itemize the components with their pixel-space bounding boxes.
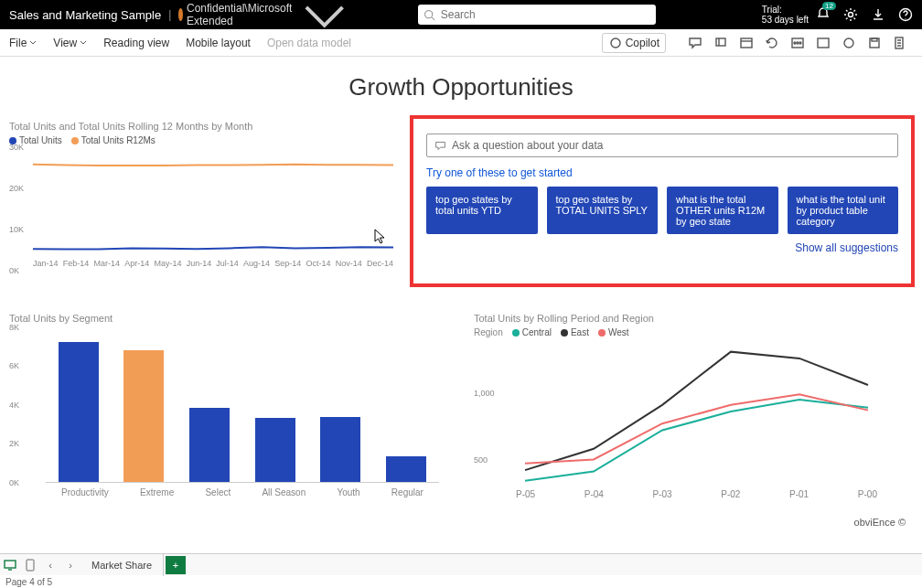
qna-suggestion[interactable]: top geo states by TOTAL UNITS SPLY (547, 187, 659, 234)
add-page-button[interactable]: + (166, 556, 186, 574)
page-title: Growth Opportunities (0, 73, 922, 102)
desktop-layout-icon[interactable] (0, 557, 20, 573)
qna-suggestion[interactable]: what is the total OTHER units R12M by ge… (667, 187, 778, 234)
legend-dot-icon (71, 137, 79, 144)
gear-icon[interactable] (843, 7, 858, 22)
chat-icon (434, 140, 446, 152)
svg-rect-13 (872, 38, 877, 41)
page-indicator: Page 4 of 5 (5, 577, 52, 587)
x-axis-labels: P-05P-04P-03P-02P-01P-00 (507, 489, 886, 499)
pin-icon[interactable] (842, 36, 856, 50)
svg-rect-5 (741, 38, 752, 48)
x-axis-labels: ProductivityExtremeSelectAll SeasonYouth… (46, 487, 439, 497)
page-tabs: ‹ › Market Share + (0, 553, 922, 575)
search-icon (423, 9, 435, 21)
svg-point-11 (844, 38, 853, 48)
attribution: obviEnce © (854, 517, 906, 528)
search-input[interactable] (441, 8, 650, 21)
bar[interactable] (320, 417, 360, 482)
chart-units-by-segment[interactable]: Total Units by Segment 8K 6K 4K 2K 0K Pr… (9, 313, 457, 519)
svg-point-1 (849, 13, 853, 17)
svg-rect-15 (5, 561, 16, 568)
chart-plot-area: 30K 20K 10K 0K Jan-14Feb-14Mar-14Apr-14M… (9, 147, 393, 271)
bar[interactable] (189, 408, 230, 482)
show-all-suggestions-link[interactable]: Show all suggestions (426, 241, 898, 254)
qna-suggestions: top geo states by total units YTD top ge… (426, 187, 898, 234)
notification-button[interactable]: 12 (816, 6, 831, 24)
copilot-button[interactable]: Copilot (602, 33, 666, 53)
export-icon[interactable] (893, 36, 907, 50)
line-chart-svg (33, 147, 393, 257)
svg-point-3 (611, 38, 620, 48)
bar[interactable] (123, 350, 164, 483)
legend-dot-icon (512, 329, 520, 337)
chart-title: Total Units by Rolling Period and Region (474, 313, 913, 324)
copilot-icon (608, 36, 623, 50)
report-canvas: Growth Opportunities Total Units and Tot… (0, 57, 922, 557)
bar[interactable] (59, 342, 99, 482)
svg-rect-10 (818, 38, 829, 48)
sensitivity-icon (178, 8, 183, 21)
qna-panel: Ask a question about your data Try one o… (410, 115, 915, 287)
chevron-down-icon (29, 39, 37, 47)
help-icon[interactable] (898, 7, 913, 22)
open-data-model-button[interactable]: Open data model (267, 37, 351, 49)
next-page-icon[interactable]: › (60, 557, 80, 573)
share-icon[interactable] (816, 36, 831, 50)
app-header: Sales and Marketing Sample | Confidentia… (0, 0, 922, 29)
legend-dot-icon (598, 329, 606, 337)
chart-total-units-by-month[interactable]: Total Units and Total Units Rolling 12 M… (9, 121, 402, 290)
status-bar: Page 4 of 5 (0, 575, 922, 588)
file-menu[interactable]: File (9, 37, 37, 49)
x-axis-labels: Jan-14Feb-14Mar-14Apr-14May-14Jun-14Jul-… (33, 259, 393, 268)
qna-suggestion[interactable]: what is the total unit by product table … (788, 187, 899, 234)
refresh-icon[interactable] (765, 36, 779, 50)
chart-plot-area: 1,000 500 P-05P-04P-03P-02P-01P-00 (474, 341, 895, 506)
page-tab[interactable]: Market Share (80, 554, 164, 576)
chart-units-by-region[interactable]: Total Units by Rolling Period and Region… (474, 313, 913, 519)
bar[interactable] (386, 456, 426, 482)
line-chart-svg (507, 341, 886, 487)
view-icon[interactable] (739, 36, 754, 50)
svg-point-9 (799, 42, 801, 44)
breadcrumb-label: Confidential\Microsoft Extended (187, 2, 292, 27)
chart-legend: Region Central East West (474, 327, 913, 337)
chart-legend: Total Units Total Units R12Ms (9, 135, 402, 145)
chart-title: Total Units by Segment (9, 313, 457, 324)
chevron-down-icon (80, 39, 87, 47)
svg-point-7 (794, 42, 796, 44)
chart-plot-area: 8K 6K 4K 2K 0K ProductivityExtremeSelect… (9, 327, 448, 506)
search-box[interactable] (418, 5, 656, 25)
svg-rect-4 (716, 38, 725, 46)
bars-container (46, 327, 439, 483)
mobile-layout-button[interactable]: Mobile layout (186, 37, 251, 49)
reading-view-button[interactable]: Reading view (103, 37, 169, 49)
report-title: Sales and Marketing Sample (9, 8, 161, 22)
svg-point-8 (797, 42, 799, 44)
edit-icon[interactable] (790, 36, 805, 50)
prev-page-icon[interactable]: ‹ (40, 557, 60, 573)
download-icon[interactable] (871, 7, 885, 22)
legend-dot-icon (561, 329, 568, 337)
svg-point-0 (424, 10, 432, 17)
bar[interactable] (255, 418, 295, 482)
svg-rect-16 (27, 560, 34, 571)
save-icon[interactable] (867, 36, 882, 50)
ribbon: File View Reading view Mobile layout Ope… (0, 29, 922, 57)
chart-title: Total Units and Total Units Rolling 12 M… (9, 121, 402, 132)
comment-icon[interactable] (688, 36, 702, 50)
bookmark-icon[interactable] (713, 36, 728, 50)
trial-status[interactable]: Trial: 53 days left (762, 5, 809, 25)
qna-suggestion[interactable]: top geo states by total units YTD (426, 187, 538, 234)
qna-hint: Try one of these to get started (426, 166, 898, 179)
mobile-layout-icon[interactable] (20, 557, 40, 573)
view-menu[interactable]: View (53, 37, 87, 49)
qna-input[interactable]: Ask a question about your data (426, 134, 898, 157)
